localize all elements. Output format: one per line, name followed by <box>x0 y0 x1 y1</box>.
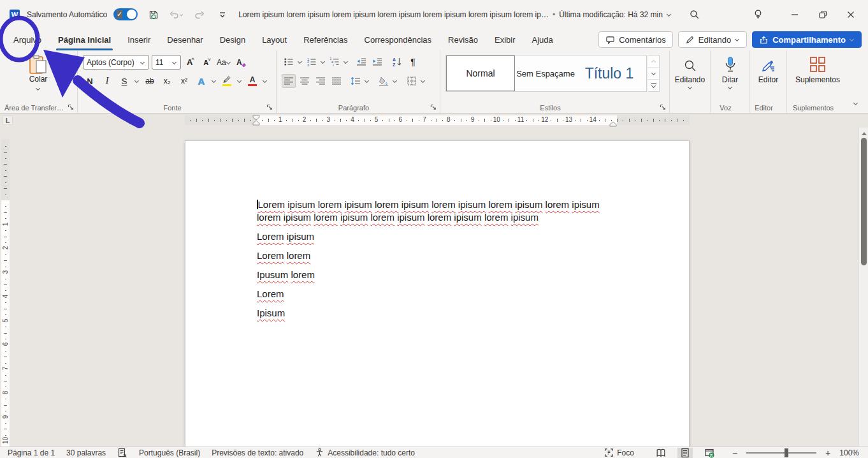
undo-button[interactable] <box>170 8 184 22</box>
text-effects-chevron[interactable] <box>212 79 217 83</box>
paragraph-dialog-launcher[interactable] <box>430 104 437 111</box>
line-spacing-button[interactable] <box>349 74 363 88</box>
comments-button[interactable]: Comentários <box>598 31 673 48</box>
editing-mode-button[interactable]: Editando <box>678 31 747 48</box>
style-no-spacing[interactable]: Sem Espaçame <box>515 55 576 91</box>
scroll-up-arrow[interactable] <box>859 129 868 138</box>
multilevel-chevron[interactable] <box>344 60 349 64</box>
superscript-button[interactable]: x² <box>177 74 191 88</box>
zoom-percentage[interactable]: 100% <box>839 448 859 457</box>
right-indent-marker[interactable] <box>609 120 618 127</box>
scrollbar-thumb[interactable] <box>861 138 867 265</box>
word-count[interactable]: 30 palavras <box>66 448 106 457</box>
print-layout-button[interactable] <box>677 448 693 458</box>
bullets-chevron[interactable] <box>298 60 303 64</box>
proofing-status[interactable] <box>117 448 127 458</box>
shading-button[interactable] <box>377 74 391 88</box>
autosave-toggle[interactable]: ✓ <box>113 8 138 20</box>
zoom-slider-thumb[interactable] <box>785 448 788 457</box>
subscript-button[interactable]: x₂ <box>160 74 174 88</box>
read-mode-button[interactable] <box>653 448 669 458</box>
restore-button[interactable] <box>809 4 836 26</box>
font-color-button[interactable]: A <box>245 74 259 88</box>
paragraph[interactable]: Lorem lorem <box>257 249 615 262</box>
sort-button[interactable] <box>390 55 404 69</box>
multilevel-list-button[interactable] <box>328 55 342 69</box>
format-painter-button[interactable] <box>54 76 68 90</box>
focus-mode-button[interactable]: Foco <box>604 448 634 457</box>
tab-revisao[interactable]: Revisão <box>440 31 486 49</box>
tab-stop-selector[interactable]: L <box>3 115 13 125</box>
minimize-button[interactable] <box>781 4 808 26</box>
styles-dialog-launcher[interactable] <box>660 104 667 111</box>
editor-button[interactable] <box>761 56 776 73</box>
align-left-button[interactable] <box>282 74 296 88</box>
paragraph[interactable]: Ipisum <box>257 307 615 320</box>
underline-button[interactable]: S <box>117 74 131 88</box>
styles-more-button[interactable] <box>648 80 659 91</box>
strikethrough-button[interactable]: ab <box>143 74 157 88</box>
font-size-select[interactable]: 11 <box>152 55 181 70</box>
decrease-indent-button[interactable] <box>354 55 368 69</box>
justify-button[interactable] <box>329 74 344 88</box>
font-dialog-launcher[interactable] <box>266 104 273 111</box>
paragraph[interactable]: Lorem <box>257 288 615 300</box>
zoom-out-button[interactable]: − <box>732 448 737 458</box>
zoom-slider[interactable] <box>746 452 816 454</box>
document-page[interactable]: Lorem ipisum lorem ipisum lorem ipisum l… <box>185 140 690 447</box>
tab-layout[interactable]: Layout <box>254 31 295 49</box>
redo-button[interactable] <box>192 8 206 22</box>
tab-correspondencias[interactable]: Correspondências <box>356 31 440 49</box>
save-button[interactable] <box>147 8 161 22</box>
tab-design[interactable]: Design <box>212 31 254 49</box>
paragraph[interactable]: Ipusum lorem <box>257 269 615 281</box>
paragraph[interactable]: Lorem ipisum <box>257 230 615 243</box>
document-title-area[interactable]: Lorem ipisum lorem ipisum lorem ipisum l… <box>229 10 681 19</box>
customize-toolbar-button[interactable] <box>215 8 229 22</box>
italic-button[interactable]: I <box>100 74 114 88</box>
dictate-button[interactable] <box>723 56 737 73</box>
borders-chevron[interactable] <box>421 79 426 83</box>
tab-ajuda[interactable]: Ajuda <box>524 31 561 49</box>
indent-markers[interactable] <box>252 115 261 126</box>
paste-button[interactable]: Colar <box>23 54 54 92</box>
borders-button[interactable] <box>405 74 419 88</box>
tab-pagina-inicial[interactable]: Página Inicial <box>50 31 119 49</box>
bullets-button[interactable] <box>282 55 296 69</box>
line-spacing-chevron[interactable] <box>365 79 370 83</box>
numbering-chevron[interactable] <box>321 60 326 64</box>
style-normal[interactable]: Normal <box>446 55 515 91</box>
underline-options-chevron[interactable] <box>134 79 140 83</box>
share-button[interactable]: Compartilhamento <box>752 31 862 48</box>
addins-button[interactable] <box>809 56 826 73</box>
editing-group-button[interactable]: Editando <box>670 50 711 113</box>
language-indicator[interactable]: Português (Brasil) <box>139 448 200 457</box>
tab-desenhar[interactable]: Desenhar <box>159 31 211 49</box>
collapse-ribbon-button[interactable] <box>849 98 863 109</box>
tab-inserir[interactable]: Inserir <box>119 31 159 49</box>
copy-button[interactable] <box>54 57 68 71</box>
align-center-button[interactable] <box>298 74 312 88</box>
styles-scroll-down[interactable] <box>648 68 659 80</box>
highlight-chevron[interactable] <box>237 79 242 83</box>
font-name-select[interactable]: Aptos (Corpo) <box>83 55 149 70</box>
paragraph[interactable]: Lorem ipisum lorem ipisum lorem ipisum l… <box>257 198 615 224</box>
highlight-button[interactable]: 🖉 <box>220 74 234 88</box>
vertical-scrollbar[interactable] <box>858 128 868 447</box>
horizontal-ruler[interactable]: 1234567891011121314 <box>185 115 690 125</box>
search-button[interactable] <box>681 4 707 26</box>
change-case-button[interactable]: Aa <box>217 55 231 70</box>
numbering-button[interactable] <box>305 55 319 69</box>
clipboard-dialog-launcher[interactable] <box>68 104 75 111</box>
accessibility-status[interactable]: Acessibilidade: tudo certo <box>315 448 415 457</box>
shading-chevron[interactable] <box>393 79 398 83</box>
zoom-in-button[interactable]: + <box>825 448 830 458</box>
tell-me-button[interactable] <box>744 4 771 26</box>
text-effects-button[interactable]: A <box>194 74 208 88</box>
tab-exibir[interactable]: Exibir <box>486 31 524 49</box>
vertical-ruler[interactable]: 12345678910 <box>0 128 11 447</box>
show-formatting-button[interactable]: ¶ <box>406 55 420 69</box>
page-indicator[interactable]: Página 1 de 1 <box>8 448 55 457</box>
align-right-button[interactable] <box>314 74 328 88</box>
tab-referencias[interactable]: Referências <box>295 31 356 49</box>
